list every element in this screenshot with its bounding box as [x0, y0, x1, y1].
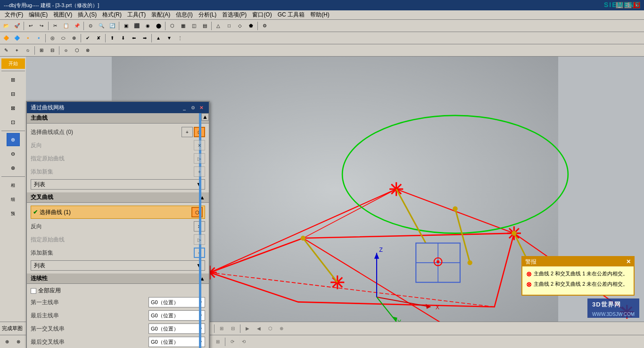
- menu-file[interactable]: 文件(F): [2, 10, 26, 19]
- t3-btn4[interactable]: ⊞: [36, 45, 47, 56]
- main-curve-list[interactable]: 列表 ▼: [31, 179, 205, 190]
- sidebar-start[interactable]: 开始: [1, 58, 25, 69]
- last-cross-select[interactable]: G0（位置） ▼: [149, 337, 205, 347]
- t2-btn6[interactable]: ⬭: [58, 33, 68, 43]
- menu-format[interactable]: 格式(R): [99, 10, 124, 19]
- t2-btn1[interactable]: 🔶: [1, 33, 11, 43]
- reverse-btn[interactable]: ✕: [194, 140, 205, 150]
- paste-btn[interactable]: 📌: [72, 21, 82, 31]
- menu-view[interactable]: 视图(V): [50, 10, 75, 19]
- sidebar-btn7[interactable]: ⊗: [7, 161, 20, 174]
- t2-btn7[interactable]: ⊕: [69, 33, 79, 43]
- dialog-settings-btn[interactable]: ⚙: [189, 104, 197, 111]
- zoom-fit-btn[interactable]: ⊙: [85, 21, 96, 31]
- menu-info[interactable]: 信息(I): [173, 10, 195, 19]
- start-btn[interactable]: 🚀: [12, 21, 22, 31]
- continuity-section-header[interactable]: 连续性 ▲: [27, 273, 209, 284]
- undo-btn[interactable]: ↩: [25, 21, 36, 31]
- add-new-set-btn[interactable]: +: [194, 166, 205, 177]
- t2-btn5[interactable]: ◎: [47, 33, 58, 43]
- sidebar-btn1[interactable]: ⊞: [7, 73, 20, 86]
- tb-btn1[interactable]: ▣: [121, 21, 131, 31]
- sidebar-btn9[interactable]: 细: [7, 193, 20, 206]
- bt-copy-btn[interactable]: ⊞: [216, 323, 227, 334]
- t2-btn14[interactable]: ▲: [153, 33, 164, 43]
- tb-settings[interactable]: ⚙: [259, 21, 270, 31]
- scroll-up-btn[interactable]: ▲: [201, 113, 209, 121]
- t3-btn2[interactable]: ⌖: [12, 45, 22, 56]
- redo-btn[interactable]: ↪: [36, 21, 47, 31]
- menu-insert[interactable]: 插入(S): [75, 10, 99, 19]
- tb-btn9[interactable]: △: [213, 21, 223, 31]
- bt-more4-btn[interactable]: ⬡: [265, 323, 275, 334]
- bt2-btn15[interactable]: ⊞: [213, 337, 223, 347]
- cross-curve-list[interactable]: 列表 ▼: [31, 260, 205, 271]
- copy-btn[interactable]: 📋: [61, 21, 71, 31]
- bt2-btn17[interactable]: ⟲: [239, 337, 249, 347]
- open-btn[interactable]: 📂: [1, 21, 11, 31]
- bt-more3-btn[interactable]: ◀: [254, 323, 264, 334]
- apply-all-checkbox[interactable]: [31, 288, 36, 294]
- sidebar-btn6[interactable]: ⊖: [7, 147, 20, 160]
- t3-btn3[interactable]: ⍉: [23, 45, 33, 56]
- t2-btn11[interactable]: ⬇: [118, 33, 128, 43]
- menu-help[interactable]: 帮助(H): [307, 10, 332, 19]
- main-curve-section-header[interactable]: 主曲线 ▲: [27, 113, 209, 124]
- t2-btn9[interactable]: ✘: [93, 33, 104, 43]
- bt-move-btn[interactable]: ⊟: [228, 323, 238, 334]
- bt2-btn1[interactable]: ⊕: [2, 337, 12, 347]
- t2-btn15[interactable]: ▼: [164, 33, 174, 43]
- t2-btn4[interactable]: 🔹: [33, 33, 44, 43]
- add-curve-btn[interactable]: +: [182, 127, 193, 137]
- tb-btn7[interactable]: ◫: [189, 21, 199, 31]
- t3-btn7[interactable]: ⬡: [72, 45, 82, 56]
- menu-window[interactable]: 窗口(O): [249, 10, 274, 19]
- sidebar-btn2[interactable]: ⊟: [7, 87, 20, 100]
- t3-btn8[interactable]: ⊗: [83, 45, 93, 56]
- sidebar-btn10[interactable]: 预: [7, 207, 20, 220]
- menu-analysis[interactable]: 分析(L): [196, 10, 220, 19]
- t2-btn12[interactable]: ⬅: [129, 33, 139, 43]
- tb-btn10[interactable]: □: [224, 21, 234, 31]
- zoom-in-btn[interactable]: 🔍: [96, 21, 107, 31]
- warning-title-bar[interactable]: 警报 ✕: [522, 257, 634, 266]
- tb-btn6[interactable]: ▦: [178, 21, 188, 31]
- tb-btn4[interactable]: ⬤: [153, 21, 164, 31]
- tb-btn11[interactable]: ◇: [235, 21, 245, 31]
- bt2-btn16[interactable]: ⟳: [227, 337, 238, 347]
- t2-btn16[interactable]: ⋮: [175, 33, 185, 43]
- menu-tools[interactable]: 工具(T): [124, 10, 149, 19]
- bt2-btn2[interactable]: ⊗: [13, 337, 24, 347]
- tb-btn12[interactable]: ⬟: [246, 21, 256, 31]
- cross-curve-section-header[interactable]: 交叉曲线 ▲: [27, 192, 209, 203]
- tb-btn8[interactable]: ▤: [199, 21, 210, 31]
- last-main-select[interactable]: G0（位置） ▼: [149, 310, 205, 321]
- cross-specify-btn[interactable]: ▷: [194, 234, 205, 245]
- t2-btn8[interactable]: ✔: [83, 33, 93, 43]
- t2-btn13[interactable]: ➡: [140, 33, 150, 43]
- tb-btn3[interactable]: ◉: [142, 21, 153, 31]
- t2-btn2[interactable]: 🔷: [12, 33, 22, 43]
- tb-btn5[interactable]: ⬡: [167, 21, 177, 31]
- tb-btn2[interactable]: ⬛: [132, 21, 142, 31]
- sidebar-btn8[interactable]: 相: [7, 179, 20, 192]
- dialog-title-bar[interactable]: 通过曲线网格 _ ⚙ ✕: [27, 102, 209, 113]
- sidebar-btn3[interactable]: ⊠: [7, 101, 20, 115]
- cut-btn[interactable]: ✂: [50, 21, 60, 31]
- menu-preferences[interactable]: 首选项(P): [219, 10, 249, 19]
- bt-more5-btn[interactable]: ⊕: [276, 323, 287, 334]
- sidebar-btn5[interactable]: ⊕: [7, 133, 20, 146]
- t3-btn5[interactable]: ⊟: [47, 45, 58, 56]
- rotate-btn[interactable]: 🔄: [107, 21, 117, 31]
- first-main-select[interactable]: G0（位置） ▼: [149, 297, 205, 307]
- dialog-scroll-area[interactable]: ▲ 主曲线 ▲ 选择曲线或点 (0) + ⬡ 反向 ✕ 指定原始曲线: [27, 113, 209, 348]
- dialog-close-btn[interactable]: ✕: [198, 104, 205, 111]
- dialog-minimize-btn[interactable]: _: [181, 104, 188, 111]
- t3-btn6[interactable]: ⌾: [61, 45, 71, 56]
- warning-close-btn[interactable]: ✕: [626, 258, 631, 265]
- specify-original-btn[interactable]: ▷: [194, 153, 205, 164]
- t2-btn10[interactable]: ⬆: [107, 33, 117, 43]
- t3-btn1[interactable]: ✎: [1, 45, 11, 56]
- menu-gc[interactable]: GC 工具箱: [275, 10, 307, 19]
- sidebar-btn4[interactable]: ⊡: [7, 116, 20, 129]
